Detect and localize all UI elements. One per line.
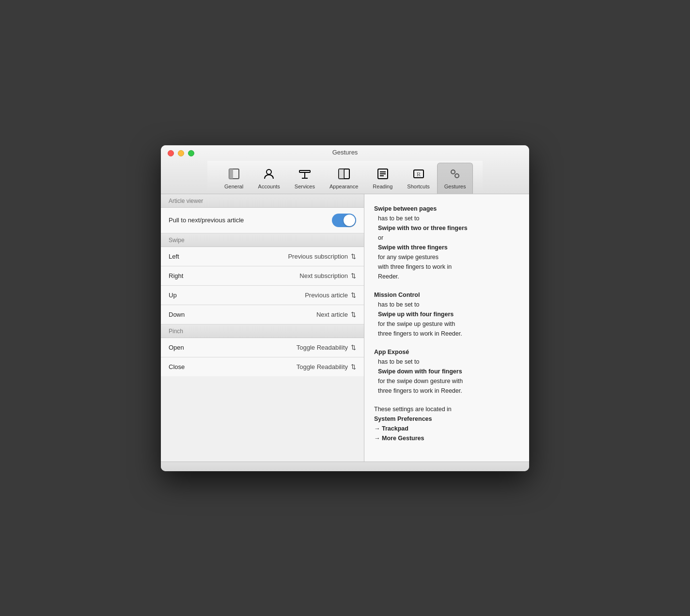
svg-point-14 — [455, 174, 459, 178]
article-viewer-header: Article viewer — [161, 194, 364, 208]
shortcuts-icon: R — [411, 166, 426, 182]
tab-gestures[interactable]: Gestures — [437, 163, 473, 194]
up-stepper[interactable]: ⇅ — [351, 292, 356, 299]
swipe-pages-line4: Swipe with three fingers — [374, 243, 519, 252]
swipe-pages-title: Swipe between pages — [374, 204, 519, 214]
app-expose-line1: has to be set to — [374, 357, 519, 367]
pinch-close-row: Close Toggle Readability ⇅ — [161, 357, 364, 376]
app-expose-line2: Swipe down with four fingers — [374, 367, 519, 376]
right-value[interactable]: Next subscription ⇅ — [299, 272, 356, 279]
reading-icon — [375, 166, 391, 182]
pull-to-next-row: Pull to next/previous article — [161, 208, 364, 233]
maximize-button[interactable] — [188, 150, 194, 156]
left-direction-label: Left — [169, 253, 179, 260]
pinch-open-row: Open Toggle Readability ⇅ — [161, 338, 364, 357]
down-value[interactable]: Next article ⇅ — [316, 311, 356, 318]
down-stepper[interactable]: ⇅ — [351, 311, 356, 318]
accounts-icon — [261, 166, 277, 182]
app-expose-section: App Exposé has to be set to Swipe down w… — [374, 347, 519, 396]
tab-gestures-label: Gestures — [444, 184, 466, 189]
left-panel: Article viewer Pull to next/previous art… — [161, 194, 364, 462]
swipe-down-row: Down Next article ⇅ — [161, 305, 364, 324]
right-value-text: Next subscription — [299, 272, 348, 279]
bottom-bar — [161, 462, 529, 471]
left-value-text: Previous subscription — [288, 253, 348, 260]
left-stepper[interactable]: ⇅ — [351, 253, 356, 260]
system-prefs-section: These settings are located in System Pre… — [374, 404, 519, 443]
svg-rect-6 — [339, 169, 344, 179]
mission-control-line3: for the swipe up gesture with — [374, 319, 519, 329]
tab-services-label: Services — [295, 184, 315, 189]
up-direction-label: Up — [169, 292, 177, 299]
general-icon — [226, 166, 242, 182]
tab-reading[interactable]: Reading — [365, 163, 400, 194]
window-title: Gestures — [332, 149, 358, 156]
open-direction-label: Open — [169, 344, 184, 351]
toolbar: General Accounts — [207, 161, 483, 194]
minimize-button[interactable] — [178, 150, 184, 156]
swipe-pages-line7: Reeder. — [374, 272, 519, 281]
open-value[interactable]: Toggle Readability ⇅ — [297, 344, 356, 351]
mission-control-title: Mission Control — [374, 290, 519, 300]
system-prefs-title: System Preferences — [374, 414, 519, 424]
app-expose-line3: for the swipe down gesture with — [374, 376, 519, 386]
mission-control-section: Mission Control has to be set to Swipe u… — [374, 290, 519, 339]
pinch-header: Pinch — [161, 324, 364, 338]
tab-accounts-label: Accounts — [258, 184, 280, 189]
tab-general[interactable]: General — [217, 163, 251, 194]
pull-label: Pull to next/previous article — [169, 216, 244, 224]
tab-services[interactable]: Services — [287, 163, 322, 194]
traffic-lights — [161, 150, 201, 160]
svg-point-2 — [267, 169, 271, 174]
gestures-icon — [447, 166, 463, 182]
svg-point-13 — [451, 170, 455, 174]
open-value-text: Toggle Readability — [297, 344, 348, 351]
swipe-pages-line6: with three fingers to work in — [374, 262, 519, 272]
tab-shortcuts-label: Shortcuts — [407, 184, 429, 189]
close-value[interactable]: Toggle Readability ⇅ — [297, 363, 356, 370]
mission-control-line4: three fingers to work in Reeder. — [374, 329, 519, 339]
app-expose-line4: three fingers to work in Reeder. — [374, 386, 519, 396]
main-content: Article viewer Pull to next/previous art… — [161, 194, 529, 462]
mission-control-line2: Swipe up with four fingers — [374, 309, 519, 319]
swipe-right-row: Right Next subscription ⇅ — [161, 266, 364, 286]
tab-reading-label: Reading — [373, 184, 392, 189]
app-window: Gestures General — [161, 145, 529, 471]
close-stepper[interactable]: ⇅ — [351, 363, 356, 370]
swipe-pages-line3: or — [374, 233, 519, 243]
up-value-text: Previous article — [305, 292, 348, 299]
right-stepper[interactable]: ⇅ — [351, 272, 356, 279]
system-prefs-more-gestures: → More Gestures — [374, 433, 519, 443]
right-panel: Swipe between pages has to be set to Swi… — [364, 194, 529, 462]
left-value[interactable]: Previous subscription ⇅ — [288, 253, 356, 260]
title-bar: Gestures General — [161, 145, 529, 194]
swipe-pages-line5: for any swipe gestures — [374, 252, 519, 262]
close-value-text: Toggle Readability — [297, 363, 348, 370]
down-value-text: Next article — [316, 311, 348, 318]
swipe-pages-line1: has to be set to — [374, 214, 519, 223]
tab-accounts[interactable]: Accounts — [251, 163, 287, 194]
tab-shortcuts[interactable]: R Shortcuts — [400, 163, 437, 194]
swipe-left-row: Left Previous subscription ⇅ — [161, 247, 364, 266]
up-value[interactable]: Previous article ⇅ — [305, 292, 356, 299]
swipe-pages-section: Swipe between pages has to be set to Swi… — [374, 204, 519, 281]
pull-toggle[interactable] — [332, 214, 356, 227]
swipe-up-row: Up Previous article ⇅ — [161, 286, 364, 305]
svg-text:R: R — [416, 170, 421, 178]
open-stepper[interactable]: ⇅ — [351, 344, 356, 351]
services-icon — [297, 166, 313, 182]
tab-appearance[interactable]: Appearance — [322, 163, 365, 194]
toggle-knob — [344, 215, 355, 226]
mission-control-line1: has to be set to — [374, 300, 519, 309]
system-prefs-line1: These settings are located in — [374, 404, 519, 414]
swipe-pages-line2: Swipe with two or three fingers — [374, 223, 519, 233]
close-button[interactable] — [168, 150, 174, 156]
app-expose-title: App Exposé — [374, 347, 519, 357]
tab-general-label: General — [224, 184, 243, 189]
swipe-header: Swipe — [161, 233, 364, 247]
right-direction-label: Right — [169, 272, 183, 279]
system-prefs-trackpad: → Trackpad — [374, 424, 519, 433]
svg-rect-1 — [229, 169, 233, 179]
down-direction-label: Down — [169, 311, 185, 318]
tab-appearance-label: Appearance — [329, 184, 358, 189]
